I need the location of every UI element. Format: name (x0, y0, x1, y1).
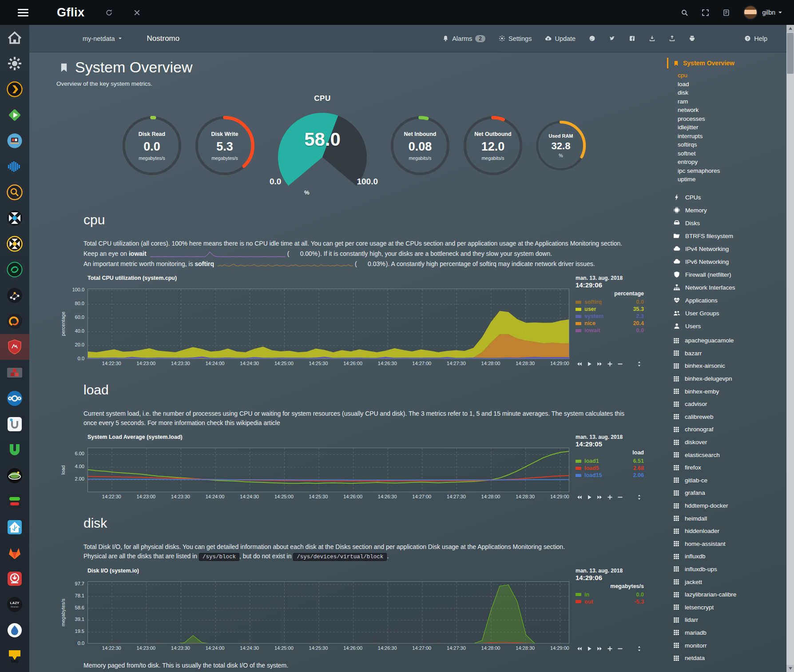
toc-app-firefox[interactable]: firefox (673, 461, 786, 474)
sidebar-item-youtube-dl[interactable] (0, 566, 29, 592)
sidebar-item-diskover[interactable] (0, 179, 29, 205)
toc-app-elasticsearch[interactable]: elasticsearch (673, 449, 786, 461)
toc-item-processes[interactable]: processes (678, 115, 786, 123)
toc-item-softnet[interactable]: softnet (678, 149, 786, 158)
toc-app-calibreweb[interactable]: calibreweb (673, 410, 786, 423)
sidebar-item-app-red-cubes[interactable] (0, 360, 29, 386)
toc-section-btrfs-filesystem[interactable]: BTRFS filesystem (673, 230, 786, 243)
scrollbar-thumb[interactable] (787, 33, 794, 74)
search-icon[interactable] (681, 9, 688, 16)
toc-app-cadvisor[interactable]: cadvisor (673, 398, 786, 410)
toc-section-applications[interactable]: Applications (673, 294, 786, 307)
toc-section-ipv6-networking[interactable]: IPv6 Networking (673, 255, 786, 268)
toc-app-mariadb[interactable]: mariadb (673, 626, 786, 639)
toc-item-network[interactable]: network (678, 106, 786, 115)
sidebar-item-emby[interactable] (0, 102, 29, 128)
sidebar-item-nextcloud[interactable] (0, 386, 29, 411)
sidebar-item-app-water-drop[interactable] (0, 617, 29, 643)
chart-rewind-button[interactable] (576, 361, 582, 367)
toc-item-load[interactable]: load (678, 80, 786, 89)
toc-app-hddtemp-docker[interactable]: hddtemp-docker (673, 499, 786, 512)
close-icon[interactable] (133, 9, 141, 16)
chart-zoom-out-button[interactable] (617, 361, 623, 367)
scrollbar-down-arrow[interactable] (786, 665, 794, 672)
chart-plot-area[interactable] (87, 581, 569, 644)
import-snapshot-icon[interactable] (669, 35, 675, 42)
chart-zoom-in-button[interactable] (607, 646, 613, 652)
toc-section-network-interfaces[interactable]: Network Interfaces (673, 281, 786, 294)
settings-button[interactable]: Settings (499, 35, 532, 42)
legend-item-load15[interactable]: load152.06 (576, 472, 644, 479)
chart-play-button[interactable] (587, 361, 592, 367)
toc-app-heimdall[interactable]: heimdall (673, 512, 786, 525)
update-button[interactable]: Update (545, 35, 576, 42)
net-inbound-gauge[interactable]: Net Inbound 0.08 megabits/s (389, 115, 451, 176)
sidebar-item-plex[interactable] (0, 76, 29, 102)
legend-item-iowait[interactable]: iowait0.0 (576, 327, 644, 334)
toc-app-influxdb[interactable]: influxdb (673, 550, 786, 563)
chart-zoom-out-button[interactable] (617, 646, 623, 652)
toc-app-grafana[interactable]: grafana (673, 487, 786, 500)
chart-rewind-button[interactable] (576, 646, 582, 652)
cpu-gauge[interactable]: CPU 58.0 0.0 100.0 % (267, 94, 378, 197)
chart-rewind-button[interactable] (576, 494, 582, 500)
sidebar-item-app-x-circle[interactable] (0, 231, 29, 257)
sidebar-item-netdata[interactable] (0, 334, 29, 360)
toc-section-cpus[interactable]: CPUs (673, 191, 786, 204)
sidebar-item-app-green-disc[interactable] (0, 463, 29, 489)
net-outbound-gauge[interactable]: Net Outbound 12.0 megabits/s (462, 115, 524, 176)
used-ram-gauge[interactable]: Used RAM 32.8 % (535, 120, 587, 171)
hamburger-menu-icon[interactable] (18, 9, 28, 16)
toc-app-chronograf[interactable]: chronograf (673, 423, 786, 436)
disk-read-gauge[interactable]: Disk Read 0.0 megabytes/s (121, 115, 183, 176)
toc-app-diskover[interactable]: diskover (673, 436, 786, 449)
legend-item-nice[interactable]: nice20.4 (576, 320, 644, 327)
toc-app-binhex-delugevpn[interactable]: binhex-delugevpn (673, 372, 786, 385)
toc-item-disk[interactable]: disk (678, 88, 786, 97)
toc-app-jackett[interactable]: jackett (673, 576, 786, 588)
toc-app-influxdb-ups[interactable]: influxdb-ups (673, 563, 786, 576)
chart-play-button[interactable] (587, 494, 592, 500)
toc-app-lidarr[interactable]: lidarr (673, 614, 786, 627)
legend-item-out[interactable]: out-5.3 (576, 598, 644, 605)
toc-section-users[interactable]: Users (673, 320, 786, 333)
alarms-button[interactable]: Alarms 2 (442, 35, 485, 42)
toc-item-interrupts[interactable]: interrupts (678, 132, 786, 141)
toc-app-monitorr[interactable]: monitorr (673, 639, 786, 652)
toc-section-firewall-netfilter-[interactable]: Firewall (netfilter) (673, 268, 786, 281)
sidebar-item-tautulli[interactable] (0, 128, 29, 154)
export-snapshot-icon[interactable] (649, 35, 655, 42)
scrollbar-up-arrow[interactable] (786, 25, 794, 32)
chart-resize-handle[interactable] (636, 646, 642, 652)
sidebar-item-app-green-loop[interactable] (0, 257, 29, 282)
toc-item-ipc-semaphores[interactable]: ipc semaphores (678, 167, 786, 175)
toc-app-binhex-airsonic[interactable]: binhex-airsonic (673, 360, 786, 373)
user-menu[interactable]: gilbn (762, 9, 782, 16)
toc-app-letsencrypt[interactable]: letsencrypt (673, 601, 786, 614)
github-icon[interactable] (589, 35, 596, 42)
legend-item-system[interactable]: system2.3 (576, 313, 644, 320)
legend-item-user[interactable]: user35.3 (576, 306, 644, 313)
disk-write-gauge[interactable]: Disk Write 5.3 megabytes/s (194, 115, 255, 176)
sidebar-item-grafana[interactable] (0, 308, 29, 334)
toc-app-lazylibrarian-calibre[interactable]: lazylibrarian-calibre (673, 588, 786, 601)
chart-resize-handle[interactable] (636, 361, 642, 367)
sidebar-item-home-assistant[interactable] (0, 514, 29, 540)
toc-app-hiddenloader[interactable]: hiddenloader (673, 525, 786, 537)
toc-section-user-groups[interactable]: User Groups (673, 307, 786, 320)
chart-zoom-in-button[interactable] (607, 494, 613, 500)
toc-app-bazarr[interactable]: bazarr (673, 347, 786, 360)
sidebar-item-gitlab[interactable] (0, 540, 29, 566)
host-dropdown[interactable]: my-netdata (83, 35, 122, 42)
chart-plot-area[interactable] (87, 289, 569, 359)
toc-section-memory[interactable]: Memory (673, 204, 786, 217)
sidebar-item-settings[interactable] (0, 51, 29, 76)
refresh-icon[interactable] (105, 9, 113, 16)
toc-section-disks[interactable]: Disks (673, 217, 786, 230)
chart-play-button[interactable] (587, 646, 592, 652)
sidebar-item-airsonic[interactable] (0, 154, 29, 179)
toc-item-softirqs[interactable]: softirqs (678, 140, 786, 149)
chart-resize-handle[interactable] (636, 494, 642, 500)
sidebar-item-lazylibrarian[interactable]: LAZYlibrarian (0, 592, 29, 617)
toc-section-system-overview[interactable]: System Overview (667, 58, 786, 68)
